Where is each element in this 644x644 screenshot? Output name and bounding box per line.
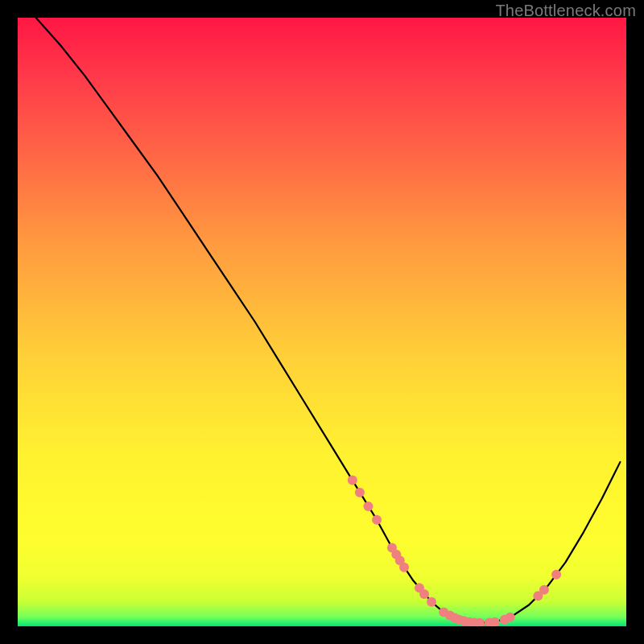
chart-area — [18, 18, 626, 626]
data-point-marker — [427, 597, 436, 607]
data-point-marker — [348, 476, 357, 485]
data-point-marker — [355, 488, 365, 497]
data-point-marker — [419, 589, 429, 599]
data-point-marker — [363, 502, 373, 511]
data-point-marker — [506, 613, 515, 622]
data-point-marker — [551, 570, 561, 580]
chart-svg — [18, 18, 626, 626]
data-point-marker — [399, 563, 409, 572]
data-point-marker — [539, 585, 549, 595]
watermark-text: TheBottleneck.com — [495, 2, 636, 20]
curve-line — [36, 18, 621, 622]
data-point-marker — [372, 515, 382, 525]
